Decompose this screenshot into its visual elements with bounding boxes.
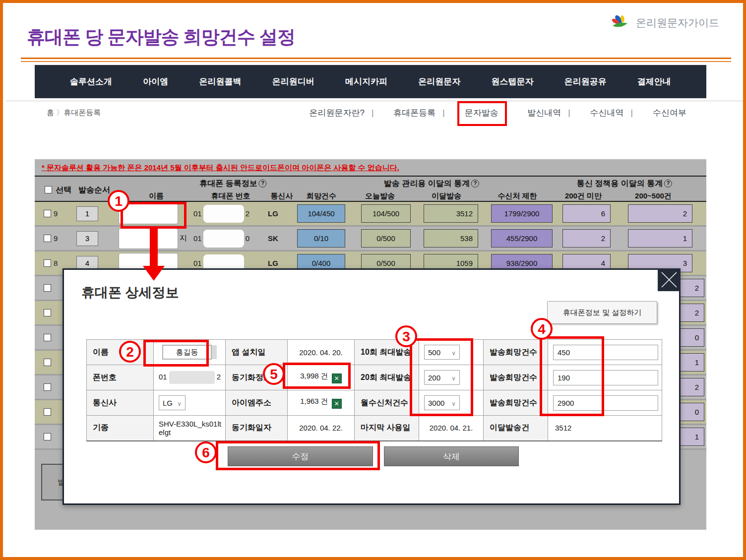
chevron-down-icon (173, 399, 182, 407)
hope-count-cell: 0/10 (297, 229, 345, 248)
subnav-item-about[interactable]: 온리원문자란? (302, 107, 371, 119)
phone-suffix: 2 (217, 373, 221, 381)
col-header-200to500: 200~500건 (635, 191, 672, 201)
max-send-20-select[interactable]: 200 (424, 370, 460, 385)
edit-button[interactable]: 수정 (228, 446, 373, 466)
phone-redacted (169, 371, 215, 384)
name-cell-redacted[interactable] (119, 229, 178, 249)
excel-export-icon[interactable] (332, 399, 342, 409)
row-checkbox[interactable] (44, 383, 51, 391)
nav-item-im[interactable]: 아이엠 (143, 76, 168, 87)
name-input[interactable]: 홍길동 (162, 345, 212, 360)
col-header-phone: 휴대폰 번호 (211, 191, 250, 201)
field-label-monthly-receiver-count: 월수신처건수 (355, 390, 419, 416)
im-address-count-value: 1,963 건 (300, 397, 328, 405)
phone-cell-redacted (203, 205, 244, 223)
last-used-date-value: 2020. 04. 21. (419, 416, 484, 441)
app-install-date-value: 2020. 04. 20. (288, 340, 355, 365)
row-checkbox[interactable] (44, 259, 51, 267)
field-label-sync-date: 동기화일자 (226, 416, 288, 441)
subnav-item-phone-register[interactable]: 휴대폰등록 (372, 107, 442, 119)
row-tag: 8 (54, 259, 58, 267)
nav-item-messagecopy[interactable]: 메시지카피 (345, 76, 387, 87)
phone-cell-redacted (203, 230, 244, 248)
field-label-hope-count-1: 발송희망건수 (484, 340, 548, 365)
nav-item-share[interactable]: 온리원공유 (564, 76, 607, 87)
col-header-carrier: 통신사 (271, 191, 293, 201)
main-nav: 솔루션소개 아이엠 온리원콜백 온리원디버 메시지카피 온리원문자 원스텝문자 … (35, 65, 706, 98)
nav-item-callback[interactable]: 온리원콜백 (199, 76, 242, 87)
monthly-receiver-select[interactable]: 3000 (424, 395, 460, 410)
close-icon[interactable] (658, 268, 681, 291)
phone-settings-button[interactable]: 휴대폰정보 및 설정하기 (547, 301, 657, 324)
receiver-limit-cell: 455/2900 (491, 229, 553, 248)
row-checkbox[interactable] (44, 235, 51, 242)
row-checkbox[interactable] (44, 309, 51, 316)
subnav-item-sent-history[interactable]: 발신내역 (505, 107, 568, 119)
row-checkbox[interactable] (44, 408, 51, 416)
table-row: 9 1 012 LG 104/450 104/500 3512 1799/290… (35, 202, 706, 227)
warning-text: * 문자솔루션 활용 가능한 폰은 2014년 5월 이후부터 출시된 안드로이… (42, 163, 399, 173)
header-rule (21, 58, 731, 59)
row-tag: 9 (54, 234, 58, 243)
200to500-cell: 2 (628, 204, 692, 223)
col-header-hope: 희망건수 (307, 191, 336, 201)
sync-count-value: 3,998 건 (300, 372, 328, 380)
month-sent-value: 3512 (548, 416, 662, 441)
send-order-input[interactable]: 1 (76, 206, 98, 221)
nav-item-onlyonesms[interactable]: 온리원문자 (418, 76, 460, 87)
help-icon[interactable]: ? (664, 180, 672, 187)
col-header-limit: 수신처 제한 (497, 191, 537, 201)
carrier-cell: SK (268, 234, 296, 243)
modal-title: 휴대폰 상세정보 (81, 284, 179, 302)
hope-count-input-2[interactable]: 190 (553, 370, 658, 385)
breadcrumb-home[interactable]: 홈 (47, 108, 54, 117)
help-icon[interactable]: ? (471, 180, 479, 187)
field-label-hope-count-3: 발송희망건수 (484, 390, 548, 416)
page: 휴대폰 당 문자발송 희망건수 설정 온리원문자가이드 솔루션소개 아이엠 온리… (0, 0, 746, 560)
max-send-10-select[interactable]: 500 (424, 345, 460, 360)
receiver-limit-cell: 1799/2900 (491, 204, 553, 223)
nav-item-payment[interactable]: 결제안내 (637, 76, 671, 87)
field-label-hope-count-2: 발송희망건수 (484, 365, 548, 390)
nav-item-solution[interactable]: 솔루션소개 (70, 76, 112, 87)
subnav-item-receive-status[interactable]: 수신여부 (631, 107, 693, 119)
page-title: 휴대폰 당 문자발송 희망건수 설정 (27, 25, 295, 50)
month-sent-cell: 3512 (424, 204, 478, 223)
hope-count-input-3[interactable]: 2900 (553, 395, 658, 411)
col-header-under200: 200건 미만 (565, 191, 602, 201)
help-icon[interactable]: ? (259, 180, 267, 187)
phone-detail-modal: 휴대폰 상세정보 휴대폰정보 및 설정하기 이름 홍길동 앱 설치일 2020.… (62, 268, 681, 505)
col-header-name: 이름 (149, 191, 164, 201)
nav-item-onestepsms[interactable]: 원스텝문자 (491, 76, 533, 87)
delete-button[interactable]: 삭제 (384, 446, 519, 466)
breadcrumb-separator (54, 108, 63, 117)
subnav-item-send[interactable]: 문자발송 (442, 107, 505, 119)
row-checkbox[interactable] (44, 433, 51, 440)
row-checkbox[interactable] (44, 284, 51, 292)
field-label-app-install-date: 앱 설치일 (226, 340, 288, 365)
phone-detail-table: 이름 홍길동 앱 설치일 2020. 04. 20. 10회 최대발송 500 … (86, 339, 662, 441)
carrier-select[interactable]: LG (159, 395, 186, 410)
chevron-down-icon (447, 399, 456, 407)
breadcrumb: 홈휴대폰등록 (47, 108, 101, 118)
row-checkbox[interactable] (44, 359, 51, 366)
select-all-checkbox[interactable] (45, 186, 52, 193)
phone-suffix: 2 (246, 209, 249, 218)
subnav-item-received-history[interactable]: 수신내역 (568, 107, 630, 119)
col-header-today: 오늘발송 (365, 191, 395, 201)
nav-item-diver[interactable]: 온리원디버 (272, 76, 314, 87)
field-label-device-model: 기종 (87, 416, 154, 441)
col-header-order: 발송순서 (78, 185, 110, 195)
phone-prefix: 01 (159, 373, 167, 381)
name-cell-redacted[interactable] (119, 204, 178, 224)
send-order-input[interactable]: 3 (76, 231, 98, 246)
table-row: 9 3 지 010 SK 0/10 0/500 538 455/2900 2 1 (35, 227, 706, 251)
excel-export-icon[interactable] (332, 373, 342, 383)
annotation-arrow-head (143, 266, 165, 281)
row-checkbox[interactable] (44, 210, 51, 217)
under200-cell: 2 (562, 229, 611, 248)
nav-divider (6, 101, 743, 101)
row-checkbox[interactable] (44, 334, 51, 341)
hope-count-input-1[interactable]: 450 (553, 345, 658, 360)
